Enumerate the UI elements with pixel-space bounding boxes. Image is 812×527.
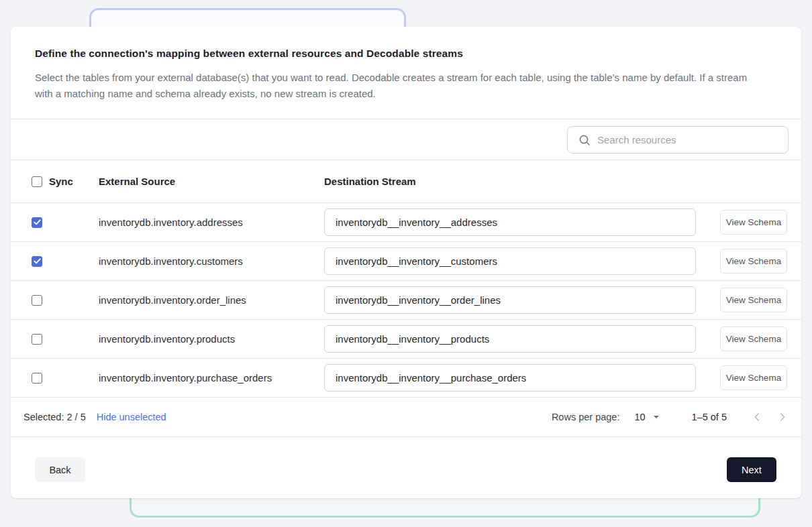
external-source-value: inventorydb.inventory.purchase_orders xyxy=(99,372,324,384)
rows-per-page-value: 10 xyxy=(634,412,645,422)
external-source-value: inventorydb.inventory.order_lines xyxy=(99,294,324,306)
table-row: inventorydb.inventory.customers View Sch… xyxy=(11,241,801,280)
page-range-label: 1–5 of 5 xyxy=(692,412,727,422)
table-row: inventorydb.inventory.products View Sche… xyxy=(11,319,801,358)
table-footer: Selected: 2 / 5 Hide unselected Rows per… xyxy=(11,397,801,436)
destination-stream-input[interactable] xyxy=(324,286,696,314)
connection-mapping-dialog: Define the connection's mapping between … xyxy=(11,27,801,498)
row-sync-checkbox[interactable] xyxy=(32,217,42,228)
table-row: inventorydb.inventory.purchase_orders Vi… xyxy=(11,358,801,397)
row-sync-checkbox[interactable] xyxy=(32,256,42,267)
rows-per-page-label: Rows per page: xyxy=(552,412,620,422)
view-schema-button[interactable]: View Schema xyxy=(720,210,787,235)
search-input[interactable] xyxy=(597,127,788,153)
rows-per-page-select[interactable]: 10 xyxy=(634,412,659,422)
destination-stream-input[interactable] xyxy=(324,247,696,275)
selected-count: Selected: 2 / 5 xyxy=(23,412,86,422)
column-header-sync: Sync xyxy=(49,176,73,187)
dialog-header: Define the connection's mapping between … xyxy=(11,27,801,119)
previous-page-chevron-icon[interactable] xyxy=(752,412,762,422)
column-header-external-source: External Source xyxy=(99,176,324,187)
dialog-actions: Back Next xyxy=(11,436,801,498)
external-source-value: inventorydb.inventory.addresses xyxy=(99,217,324,228)
table-header-row: Sync External Source Destination Stream xyxy=(11,160,801,202)
row-sync-checkbox[interactable] xyxy=(32,334,42,345)
dialog-title: Define the connection's mapping between … xyxy=(35,48,777,60)
table-row: inventorydb.inventory.order_lines View S… xyxy=(11,280,801,319)
view-schema-button[interactable]: View Schema xyxy=(720,288,787,312)
destination-stream-input[interactable] xyxy=(324,364,696,392)
view-schema-button[interactable]: View Schema xyxy=(720,327,787,351)
external-source-value: inventorydb.inventory.products xyxy=(99,333,324,345)
caret-down-icon xyxy=(653,415,660,419)
destination-stream-input[interactable] xyxy=(324,325,696,353)
search-toolbar xyxy=(11,119,801,160)
select-all-checkbox[interactable] xyxy=(32,176,42,187)
hide-unselected-link[interactable]: Hide unselected xyxy=(97,412,166,422)
destination-stream-input[interactable] xyxy=(324,209,696,236)
row-sync-checkbox[interactable] xyxy=(32,373,42,384)
view-schema-button[interactable]: View Schema xyxy=(720,365,787,390)
view-schema-button[interactable]: View Schema xyxy=(720,249,787,274)
search-box xyxy=(567,126,789,154)
search-icon xyxy=(578,134,591,146)
dialog-description: Select the tables from your external dat… xyxy=(35,70,757,102)
row-sync-checkbox[interactable] xyxy=(32,295,42,306)
table-row: inventorydb.inventory.addresses View Sch… xyxy=(11,202,801,241)
back-button[interactable]: Back xyxy=(35,457,85,482)
external-source-value: inventorydb.inventory.customers xyxy=(99,255,324,267)
next-page-chevron-icon[interactable] xyxy=(778,412,787,422)
column-header-destination-stream: Destination Stream xyxy=(324,176,709,187)
next-button[interactable]: Next xyxy=(727,457,776,482)
